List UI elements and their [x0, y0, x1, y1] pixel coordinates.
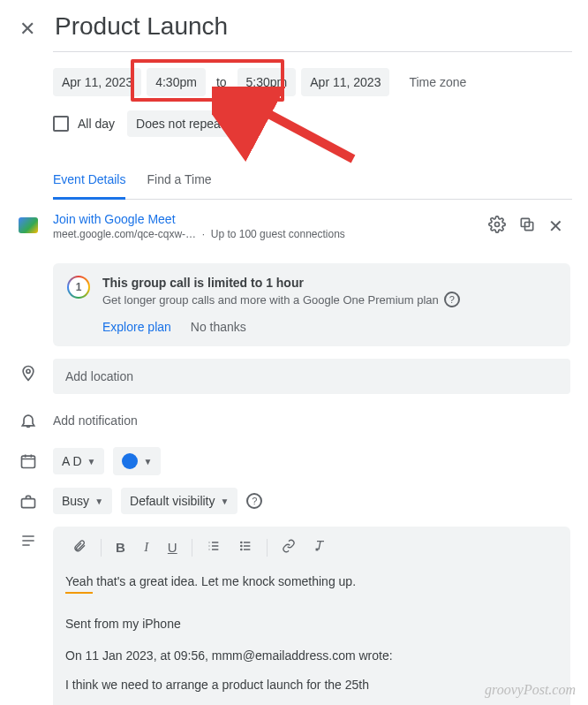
svg-point-6 [240, 542, 241, 542]
chevron-down-icon: ▼ [221, 497, 230, 506]
close-icon[interactable]: ✕ [16, 14, 39, 44]
visibility-dropdown[interactable]: Default visibility ▼ [121, 488, 237, 514]
timezone-button[interactable]: Time zone [400, 68, 475, 96]
description-body[interactable]: Yeah that's a great idea. Let me knock s… [65, 572, 558, 694]
meet-settings-icon[interactable] [488, 216, 506, 238]
tab-find-a-time[interactable]: Find a Time [147, 163, 211, 199]
start-date-chip[interactable]: Apr 11, 2023 [53, 68, 141, 96]
allday-checkbox[interactable] [53, 116, 69, 132]
numbered-list-button[interactable] [200, 535, 228, 559]
chevron-down-icon: ▼ [143, 457, 152, 466]
bold-button[interactable]: B [109, 536, 132, 558]
availability-dropdown[interactable]: Busy ▼ [53, 488, 112, 514]
chevron-down-icon: ▼ [230, 119, 238, 129]
event-color-dropdown[interactable]: ▼ [113, 447, 161, 475]
add-notification-button[interactable]: Add notification [53, 406, 570, 435]
end-date-chip[interactable]: Apr 11, 2023 [301, 68, 389, 96]
remove-meet-icon[interactable]: ✕ [548, 216, 563, 237]
explore-plan-link[interactable]: Explore plan [102, 320, 171, 334]
meet-guest-limit: Up to 100 guest connections [211, 228, 345, 240]
italic-button[interactable]: I [136, 536, 157, 558]
google-one-banner: 1 This group call is limited to 1 hour G… [53, 263, 570, 346]
editor-toolbar: B I U [65, 535, 558, 559]
chevron-down-icon: ▼ [87, 457, 96, 466]
dismiss-banner-link[interactable]: No thanks [191, 320, 246, 334]
attach-icon[interactable] [65, 535, 94, 559]
location-input[interactable]: Add location [53, 359, 570, 394]
spellcheck-mark: Yeah [65, 572, 93, 594]
svg-rect-5 [22, 499, 35, 508]
repeat-label: Does not repeat [136, 117, 224, 131]
allday-label: All day [78, 117, 115, 131]
color-swatch [122, 453, 138, 469]
svg-rect-4 [22, 456, 35, 467]
description-icon [18, 527, 39, 550]
banner-title: This group call is limited to 1 hour [102, 276, 556, 290]
briefcase-icon [18, 488, 39, 511]
owner-initials: A D [62, 454, 82, 468]
event-title-input[interactable] [55, 11, 572, 48]
join-meet-link[interactable]: Join with Google Meet [53, 212, 488, 226]
visibility-help-icon[interactable]: ? [246, 493, 262, 509]
end-time-chip[interactable]: 5:30pm [237, 68, 297, 96]
calendar-icon [18, 447, 39, 470]
copy-meet-icon[interactable] [518, 216, 536, 238]
location-icon [18, 359, 39, 382]
clear-formatting-button[interactable] [306, 535, 335, 559]
help-icon[interactable]: ? [444, 292, 460, 307]
meet-url: meet.google.com/qce-cqxw-… [53, 228, 196, 240]
description-editor[interactable]: B I U [53, 527, 570, 705]
chevron-down-icon: ▼ [94, 497, 103, 506]
svg-point-7 [240, 545, 241, 546]
bullet-list-button[interactable] [231, 535, 260, 559]
datetime-row: Apr 11, 2023 4:30pm to 5:30pm Apr 11, 20… [53, 68, 572, 96]
repeat-dropdown[interactable]: Does not repeat ▼ [127, 110, 247, 137]
tab-event-details[interactable]: Event Details [53, 163, 125, 200]
banner-subtitle: Get longer group calls and more with a G… [102, 293, 439, 307]
svg-point-8 [240, 549, 241, 550]
start-time-chip[interactable]: 4:30pm [147, 68, 206, 96]
calendar-owner-dropdown[interactable]: A D ▼ [53, 448, 104, 474]
meet-icon [18, 212, 39, 233]
to-label: to [211, 68, 232, 96]
bell-icon [18, 406, 39, 429]
underline-button[interactable]: U [161, 536, 185, 558]
google-one-badge-icon: 1 [67, 276, 90, 299]
svg-point-0 [495, 222, 500, 226]
link-button[interactable] [275, 535, 303, 559]
svg-point-3 [26, 369, 30, 373]
